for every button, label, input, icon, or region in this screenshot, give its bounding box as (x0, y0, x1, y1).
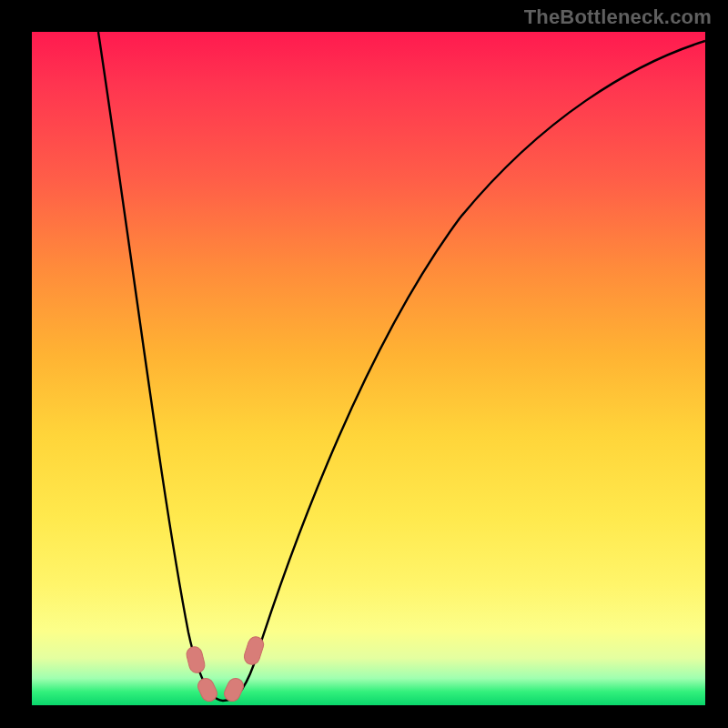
bottleneck-curve (98, 32, 705, 701)
curve-marker (242, 635, 266, 667)
chart-frame: TheBottleneck.com (0, 0, 728, 728)
marker-group (185, 635, 266, 704)
watermark-text: TheBottleneck.com (524, 5, 712, 29)
curve-marker (196, 676, 219, 704)
chart-svg (32, 32, 705, 705)
plot-area (32, 32, 705, 705)
curve-marker (185, 645, 207, 674)
